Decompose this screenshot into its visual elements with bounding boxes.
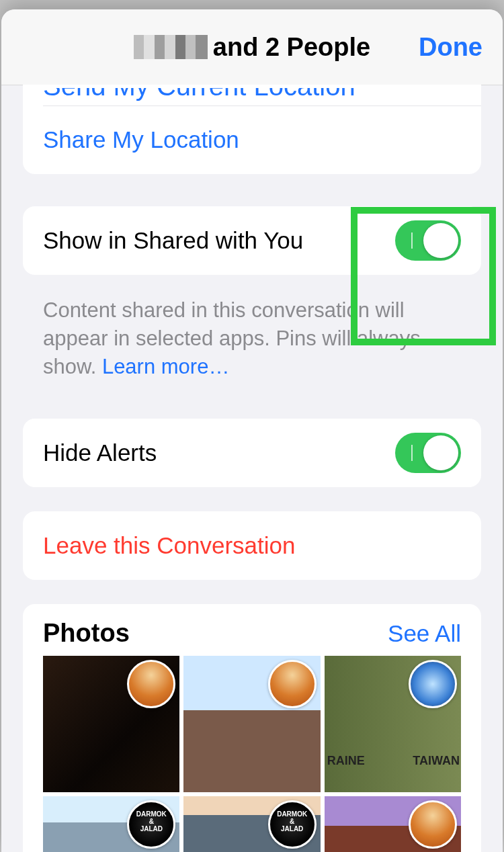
photo-item[interactable]: DARMOK & JALAD (183, 796, 320, 852)
header-title: and 2 People (134, 33, 370, 62)
share-my-location-row[interactable]: Share My Location (23, 105, 481, 174)
send-current-location-row[interactable]: Send My Current Location (23, 85, 481, 105)
shared-footer-text: Content shared in this conversation will… (43, 298, 421, 378)
show-in-shared-toggle[interactable] (395, 220, 461, 261)
modal-header: and 2 People Done (1, 9, 503, 85)
photo-grid: RAINE TAIWAN DARMOK & JALAD (23, 656, 481, 852)
photos-title: Photos (43, 619, 130, 648)
leave-conversation-label: Leave this Conversation (43, 532, 296, 559)
sender-avatar-icon (268, 660, 317, 708)
show-in-shared-label: Show in Shared with You (43, 227, 303, 254)
avatar-badge-text: DARMOK & JALAD (270, 810, 314, 833)
photo-overlay-text: TAIWAN (413, 754, 460, 768)
photos-header: Photos See All (23, 604, 481, 656)
show-in-shared-row: Show in Shared with You (23, 206, 481, 275)
leave-conversation-row[interactable]: Leave this Conversation (23, 511, 481, 580)
sender-avatar-icon (409, 800, 457, 849)
sender-avatar-icon: DARMOK & JALAD (127, 800, 175, 849)
header-title-suffix: and 2 People (213, 33, 370, 62)
learn-more-link[interactable]: Learn more… (102, 355, 230, 378)
conversation-details-modal: and 2 People Done Send My Current Locati… (1, 9, 503, 852)
photo-item[interactable] (325, 796, 461, 852)
sender-avatar-icon: DARMOK & JALAD (268, 800, 317, 849)
sender-avatar-icon (409, 660, 457, 708)
photo-overlay-text: RAINE (327, 754, 365, 768)
hide-alerts-row: Hide Alerts (23, 419, 481, 487)
content-scroll[interactable]: Send My Current Location Share My Locati… (1, 85, 503, 852)
hide-alerts-toggle[interactable] (395, 433, 461, 473)
shared-with-you-card: Show in Shared with You (23, 206, 481, 275)
done-button[interactable]: Done (419, 9, 482, 85)
photo-item[interactable]: DARMOK & JALAD (43, 796, 179, 852)
hide-alerts-label: Hide Alerts (43, 439, 157, 466)
photo-item[interactable] (43, 656, 179, 792)
contact-name-redacted (134, 35, 208, 59)
avatar-badge-text: DARMOK & JALAD (129, 810, 173, 833)
sender-avatar-icon (127, 660, 175, 708)
photos-card: Photos See All RAINE TAIWAN (23, 604, 481, 852)
location-card: Send My Current Location Share My Locati… (23, 85, 481, 174)
shared-with-you-footer: Content shared in this conversation will… (23, 286, 481, 386)
hide-alerts-card: Hide Alerts (23, 419, 481, 487)
photo-item[interactable] (183, 656, 320, 792)
leave-card: Leave this Conversation (23, 511, 481, 580)
photo-item[interactable]: RAINE TAIWAN (325, 656, 461, 792)
share-my-location-label: Share My Location (43, 126, 239, 153)
send-current-location-label: Send My Current Location (43, 88, 355, 101)
photos-see-all[interactable]: See All (388, 620, 461, 647)
